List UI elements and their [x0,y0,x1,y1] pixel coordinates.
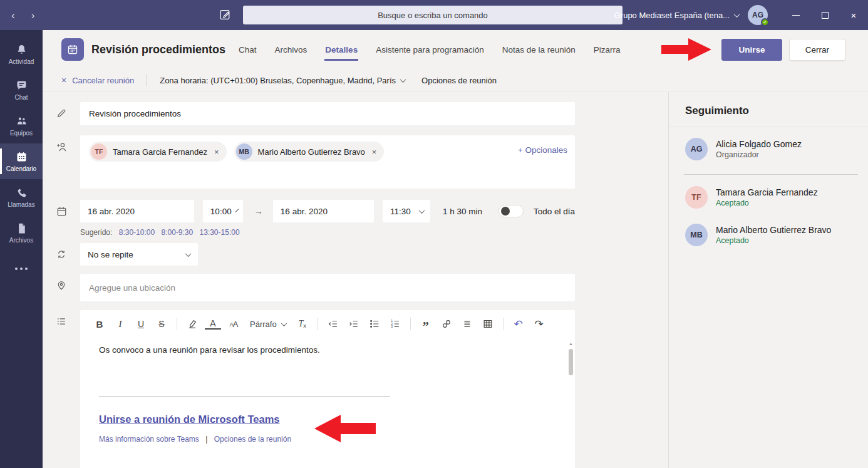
minimize-button[interactable] [782,0,810,30]
sidebar-item-calendario[interactable]: Calendario [0,143,43,179]
tracking-title: Seguimiento [669,92,868,127]
location-pin-icon [43,274,80,301]
formatting-toolbar: B I U S [80,310,575,336]
teams-info-link[interactable]: Más información sobre Teams [99,435,199,444]
font-color-button[interactable]: A [205,319,221,330]
sidebar-label: Archivos [9,237,33,244]
bold-button[interactable]: B [91,316,108,332]
tab-archivos[interactable]: Archivos [274,33,308,67]
recurrence-select[interactable]: No se repite [80,243,198,266]
meeting-calendar-icon [61,38,84,61]
main-content: Revisión procedimientos Chat Archivos De… [43,30,868,468]
tab-detalles[interactable]: Detalles [324,33,358,67]
close-meeting-button[interactable]: Cerrar [789,39,845,61]
tracking-person[interactable]: TF Tamara Garcia Fernandez Aceptado [669,179,868,216]
location-input[interactable] [80,274,575,301]
sidebar-more-button[interactable] [0,253,43,284]
tab-pizarra[interactable]: Pizarra [593,33,621,67]
profile-avatar[interactable]: AG ✓ [748,5,768,25]
avatar: TF [91,143,107,160]
tracking-person[interactable]: MB Mario Alberto Gutierrez Bravo Aceptad… [669,216,868,254]
sidebar-item-actividad[interactable]: Actividad [0,36,43,72]
suggested-time-link[interactable]: 13:30-15:00 [200,228,240,237]
attendee-chip[interactable]: MB Mario Alberto Gutierrez Bravo × [234,142,385,162]
paragraph-style-select[interactable]: Párrafo [250,320,286,329]
sidebar-item-chat[interactable]: Chat [0,72,43,108]
description-body[interactable]: Os convoco a una reunión para revisar lo… [80,336,575,444]
editor-scrollbar[interactable]: ▲ [568,341,574,468]
strikethrough-button[interactable]: S [153,316,170,332]
tracking-person-organizer[interactable]: AG Alicia Folgado Gomez Organizador [669,127,868,172]
start-time-select[interactable]: 10:00 [203,200,243,222]
remove-attendee-icon[interactable]: × [372,147,377,157]
all-day-toggle[interactable] [499,205,524,217]
new-chat-icon[interactable] [219,8,232,21]
end-time-select[interactable]: 11:30 [383,200,430,222]
numbered-list-button[interactable]: 1 2 3 [387,316,403,332]
insert-link-button[interactable] [438,316,455,332]
chevron-down-icon [418,207,425,214]
repeat-icon [43,243,80,266]
person-status: Organizador [716,150,802,159]
timezone-selector[interactable]: Zona horaria: (UTC+01:00) Bruselas, Cope… [160,76,405,85]
indent-button[interactable] [346,316,362,332]
teams-join-meeting-link[interactable]: Unirse a reunión de Microsoft Teams [99,413,280,425]
insert-table-button[interactable] [480,316,496,332]
suggested-time-link[interactable]: 8:30-10:00 [119,228,155,237]
cancel-meeting-label: Cancelar reunión [72,76,134,85]
sidebar-label: Actividad [9,58,34,65]
sidebar-item-archivos[interactable]: Archivos [0,215,43,251]
blockquote-button[interactable]: ” [418,316,434,332]
back-icon[interactable]: ‹ [11,10,15,21]
suggested-times: Sugerido: 8:30-10:00 8:00-9:30 13:30-15:… [43,228,668,237]
sidebar-label: Calendario [6,165,36,172]
attendees-field[interactable]: TF Tamara Garcia Fernandez × MB Mario Al… [80,135,575,189]
tab-chat[interactable]: Chat [238,33,257,67]
close-button[interactable]: × [839,0,868,30]
meeting-tabs: Chat Archivos Detalles Asistente para pr… [238,33,621,67]
maximize-button[interactable] [810,0,839,30]
join-button[interactable]: Unirse [721,39,782,61]
chevron-down-icon [734,11,740,18]
sidebar-item-llamadas[interactable]: Llamadas [0,179,43,215]
close-icon: × [851,10,857,21]
attendee-name: Mario Alberto Gutierrez Bravo [258,147,365,157]
teams-icon [15,115,28,128]
scrollbar-thumb[interactable] [569,349,573,375]
font-size-button[interactable]: AA [225,316,242,332]
redo-button[interactable]: ↷ [531,316,547,332]
description-editor[interactable]: B I U S [80,310,575,468]
tenant-switcher[interactable]: Grupo Mediaset España (tena... [614,11,739,20]
search-input[interactable]: Busque o escriba un comando [243,6,623,24]
app-sidebar: Actividad Chat Equipos [0,30,43,468]
meeting-options-footer-link[interactable]: Opciones de la reunión [214,435,291,444]
end-date-input[interactable]: 16 abr. 2020 [273,200,374,222]
remove-attendee-icon[interactable]: × [214,147,219,157]
start-date-input[interactable]: 16 abr. 2020 [80,200,194,222]
suggested-time-link[interactable]: 8:00-9:30 [161,228,193,237]
italic-button[interactable]: I [112,316,128,332]
agenda-icon [43,310,80,468]
attendee-name: Tamara Garcia Fernandez [113,147,207,157]
attendee-chip[interactable]: TF Tamara Garcia Fernandez × [89,142,227,162]
tab-asistente[interactable]: Asistente para programación [375,33,485,67]
date-calendar-icon [43,200,80,222]
chat-icon [15,79,28,92]
underline-button[interactable]: U [133,316,149,332]
undo-button[interactable]: ↶ [510,316,527,332]
optional-attendees-link[interactable]: + Opcionales [518,145,567,155]
cancel-meeting-button[interactable]: × Cancelar reunión [61,75,134,85]
bullet-list-button[interactable] [366,316,383,332]
tab-notas[interactable]: Notas de la reunión [502,33,576,67]
highlight-button[interactable] [184,316,200,332]
sidebar-item-equipos[interactable]: Equipos [0,108,43,143]
meeting-title-input[interactable] [80,102,575,125]
meeting-options-link[interactable]: Opciones de reunión [421,76,497,85]
outdent-button[interactable] [325,316,341,332]
forward-icon[interactable]: › [31,10,35,21]
chevron-down-icon [400,76,406,83]
divider [147,74,147,86]
all-day-label: Todo el día [534,207,575,216]
insert-divider-button[interactable] [459,316,475,332]
clear-format-button[interactable]: Tx [294,316,311,332]
